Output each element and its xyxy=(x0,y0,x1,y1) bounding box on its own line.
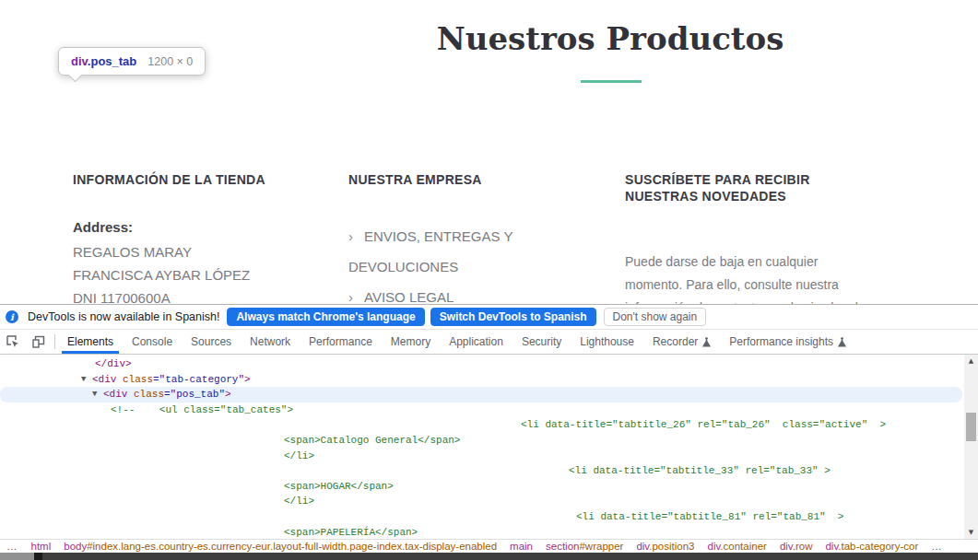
page-title: Nuestros Productos xyxy=(437,20,784,57)
footer-link[interactable]: ›AVISO LEGAL xyxy=(348,282,533,304)
tab-sources[interactable]: Sources xyxy=(182,330,241,354)
tab-elements[interactable]: Elements xyxy=(58,330,123,354)
code-line[interactable]: ▼<div class="pos_tab"> xyxy=(0,387,962,402)
code-line[interactable]: <li data-title="tabtitle_26" rel="tab_26… xyxy=(0,417,978,433)
expand-arrow-icon[interactable]: ▼ xyxy=(92,387,97,402)
tab-application[interactable]: Application xyxy=(440,330,513,354)
inspect-cursor-icon xyxy=(6,334,20,349)
breadcrumb-overflow-ellipsis[interactable]: … xyxy=(6,541,18,552)
horizontal-scrollbar[interactable] xyxy=(0,553,978,560)
code-line[interactable]: <span>Catalogo General</span> xyxy=(0,433,978,449)
inspect-element-button[interactable] xyxy=(0,330,26,354)
code-token: <li data-title="tabtitle_26" rel="tab_26… xyxy=(521,419,886,430)
breadcrumb-item[interactable]: main xyxy=(510,541,533,552)
tab-label: Elements xyxy=(67,335,113,348)
breadcrumb-qualifier: #wrapper xyxy=(579,541,623,552)
dont-show-again-button[interactable]: Don't show again xyxy=(604,308,707,326)
breadcrumb-items: htmlbody#index.lang-es.country-es.curren… xyxy=(31,541,919,552)
infobar-message: DevTools is now available in Spanish! xyxy=(28,310,219,323)
breadcrumb-truncation-ellipsis: … xyxy=(931,541,943,552)
code-token: <li data-title="tabtitle_33" rel="tab_33… xyxy=(569,465,831,476)
vertical-scrollbar-thumb[interactable] xyxy=(966,413,976,441)
code-token: ="tab-category" xyxy=(153,374,244,385)
breadcrumb-item[interactable]: section#wrapper xyxy=(546,541,623,552)
tab-console[interactable]: Console xyxy=(123,330,182,354)
scroll-down-arrow-icon[interactable]: ▼ xyxy=(964,526,978,539)
tab-lighthouse[interactable]: Lighthouse xyxy=(571,330,643,354)
tab-label: Console xyxy=(132,335,172,348)
breadcrumb-tag: div xyxy=(780,541,793,552)
breadcrumb-bar: … htmlbody#index.lang-es.country-es.curr… xyxy=(0,539,978,553)
tooltip-selector: div.pos_tab xyxy=(71,54,136,68)
code-line[interactable]: <!-- <ul class="tab_cates"> xyxy=(0,402,978,418)
horizontal-scrollbar-thumb[interactable] xyxy=(34,553,978,560)
heading-underline xyxy=(581,80,642,83)
code-line[interactable]: <span>PAPELERÍA</span> xyxy=(0,525,978,539)
breadcrumb-item[interactable]: div.tab-category-cor xyxy=(825,541,918,552)
breadcrumb-tag: main xyxy=(510,541,533,552)
code-line[interactable]: </li> xyxy=(0,494,978,509)
breadcrumb-item[interactable]: div.row xyxy=(780,541,813,552)
newsletter-title: SUSCRÍBETE PARA RECIBIR NUESTRAS NOVEDAD… xyxy=(625,171,820,204)
company-links: ›ENVIOS, ENTREGAS Y DEVOLUCIONES›AVISO L… xyxy=(348,221,542,304)
code-line[interactable]: ▼<div class="tab-category"> xyxy=(0,372,978,388)
tab-performance[interactable]: Performance xyxy=(300,330,382,354)
tooltip-class: .pos_tab xyxy=(88,54,136,68)
code-line[interactable]: <li data-title="tabtitle_81" rel="tab_81… xyxy=(0,509,978,525)
switch-devtools-to-spanish-button[interactable]: Switch DevTools to Spanish xyxy=(430,308,596,326)
tab-label: Security xyxy=(522,335,561,348)
footer-link-label: ENVIOS, ENTREGAS Y DEVOLUCIONES xyxy=(348,228,513,274)
experimental-flask-icon xyxy=(702,337,711,347)
vertical-scrollbar[interactable]: ▲ ▼ xyxy=(964,355,978,539)
breadcrumb-item[interactable]: html xyxy=(31,541,52,552)
devtools-toolbar: ElementsConsoleSourcesNetworkPerformance… xyxy=(0,330,978,355)
breadcrumb-tag: div xyxy=(708,541,721,552)
scroll-up-arrow-icon[interactable]: ▲ xyxy=(964,355,978,368)
tab-label: Network xyxy=(250,335,290,348)
address-label: Address: xyxy=(73,219,336,235)
toolbar-separator xyxy=(54,334,55,349)
code-token: <span>PAPELERÍA</span> xyxy=(284,527,418,538)
code-line[interactable]: </div> xyxy=(0,356,978,372)
expand-arrow-icon[interactable]: ▼ xyxy=(81,372,86,388)
tab-performance-insights[interactable]: Performance insights xyxy=(720,330,855,354)
footer-newsletter-column: SUSCRÍBETE PARA RECIBIR NUESTRAS NOVEDAD… xyxy=(625,171,876,304)
breadcrumb-tag: div xyxy=(825,541,838,552)
breadcrumb-item[interactable]: div.position3 xyxy=(636,541,694,552)
tab-security[interactable]: Security xyxy=(513,330,571,354)
tab-recorder[interactable]: Recorder xyxy=(643,330,720,354)
code-token: > xyxy=(225,389,231,400)
breadcrumb-qualifier: .position3 xyxy=(649,541,694,552)
code-token: <!-- <ul class="tab_cates"> xyxy=(111,404,293,415)
address-line: DNI 11700600A xyxy=(73,286,336,304)
footer-link-label: AVISO LEGAL xyxy=(364,289,454,304)
code-token: <span>Catalogo General</span> xyxy=(284,435,460,446)
always-match-chromes-language-button[interactable]: Always match Chrome's language xyxy=(227,308,424,326)
breadcrumb-qualifier: #index.lang-es.country-es.currency-eur.l… xyxy=(87,541,497,552)
breadcrumb-item[interactable]: body#index.lang-es.country-es.currency-e… xyxy=(64,541,497,552)
code-line[interactable]: </li> xyxy=(0,449,978,464)
tab-label: Lighthouse xyxy=(580,335,634,348)
tab-label: Performance xyxy=(309,335,372,348)
breadcrumb-item[interactable]: div.container xyxy=(708,541,767,552)
tab-memory[interactable]: Memory xyxy=(382,330,440,354)
code-token: class xyxy=(116,374,153,385)
tooltip-tag: div xyxy=(71,54,88,68)
device-toolbar-icon xyxy=(31,334,46,349)
infobar-buttons: Always match Chrome's languageSwitch Dev… xyxy=(227,308,601,326)
address-lines: REGALOS MARAYFRANCISCA AYBAR LÓPEZDNI 11… xyxy=(73,240,336,304)
breadcrumb-tag: div xyxy=(636,541,649,552)
tab-label: Recorder xyxy=(653,335,698,348)
tab-network[interactable]: Network xyxy=(241,330,300,354)
code-line[interactable]: <span>HOGAR</span> xyxy=(0,479,978,495)
web-page: div.pos_tab 1200 × 0 Nuestros Productos … xyxy=(0,0,978,304)
code-token: </li> xyxy=(284,450,314,461)
tab-label: Sources xyxy=(191,335,231,348)
toggle-device-toolbar-button[interactable] xyxy=(26,330,52,354)
experimental-flask-icon xyxy=(838,337,846,347)
code-token: </li> xyxy=(284,496,314,507)
code-token: </div> xyxy=(95,358,132,369)
code-token: <li data-title="tabtitle_81" rel="tab_81… xyxy=(576,511,843,522)
footer-link[interactable]: ›ENVIOS, ENTREGAS Y DEVOLUCIONES xyxy=(348,221,533,282)
code-line[interactable]: <li data-title="tabtitle_33" rel="tab_33… xyxy=(0,463,978,479)
